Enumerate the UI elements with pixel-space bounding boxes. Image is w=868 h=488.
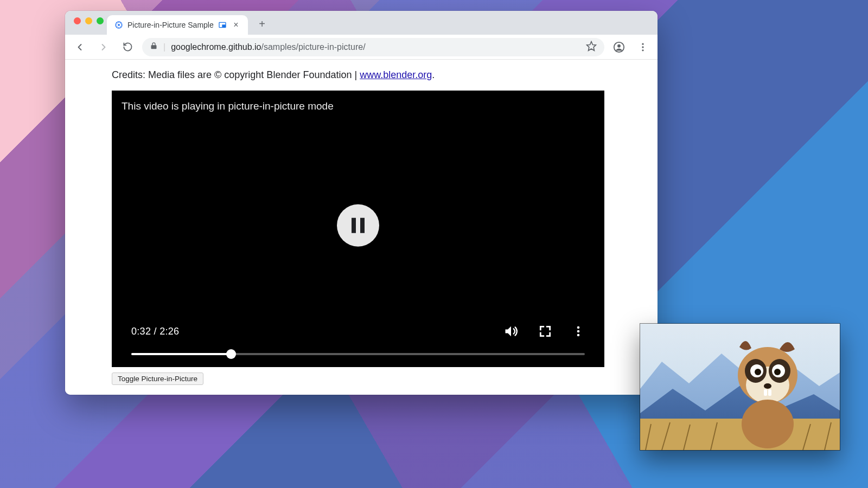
svg-rect-3	[222, 25, 225, 27]
svg-point-9	[642, 49, 643, 51]
pip-overlay-message: This video is playing in picture-in-pict…	[122, 100, 334, 112]
video-player[interactable]: This video is playing in picture-in-pict…	[112, 91, 604, 367]
url-host: googlechrome.github.io	[171, 42, 261, 52]
pause-icon	[352, 218, 365, 233]
tab-close-button[interactable]: ×	[232, 21, 240, 29]
new-tab-button[interactable]: +	[254, 16, 270, 31]
window-minimize-button[interactable]	[85, 17, 92, 24]
browser-tab[interactable]: Picture-in-Picture Sample ×	[107, 15, 248, 35]
svg-point-1	[118, 24, 120, 26]
volume-button[interactable]	[503, 324, 519, 339]
tab-favicon-icon	[114, 21, 123, 29]
svg-point-27	[755, 369, 761, 375]
video-controls: 0:32 / 2:26	[112, 324, 604, 367]
desktop-background: Picture-in-Picture Sample × +	[0, 0, 868, 488]
svg-rect-31	[768, 389, 771, 396]
pip-window[interactable]	[640, 324, 840, 450]
tab-strip: Picture-in-Picture Sample × +	[65, 11, 658, 35]
browser-window: Picture-in-Picture Sample × +	[65, 11, 658, 395]
window-zoom-button[interactable]	[97, 17, 104, 24]
tab-title: Picture-in-Picture Sample	[127, 21, 214, 29]
bookmark-star-button[interactable]	[586, 41, 597, 54]
svg-point-8	[642, 46, 643, 48]
profile-button[interactable]	[610, 38, 628, 56]
svg-point-12	[577, 334, 580, 337]
current-time: 0:32	[131, 326, 151, 337]
progress-bar[interactable]	[131, 353, 585, 355]
window-close-button[interactable]	[74, 17, 81, 24]
address-text: googlechrome.github.io/samples/picture-i…	[171, 42, 365, 52]
credits-line: Credits: Media files are © copyright Ble…	[112, 69, 611, 81]
svg-point-7	[642, 43, 643, 44]
svg-point-6	[617, 44, 621, 47]
playback-time: 0:32 / 2:26	[131, 326, 179, 337]
reload-button[interactable]	[118, 38, 137, 56]
fullscreen-button[interactable]	[538, 324, 552, 338]
browser-menu-button[interactable]	[634, 38, 652, 56]
url-path: /samples/picture-in-picture/	[261, 42, 366, 52]
svg-point-10	[577, 326, 580, 329]
back-button[interactable]	[71, 38, 89, 56]
page-content: Credits: Media files are © copyright Ble…	[65, 60, 658, 395]
svg-rect-30	[764, 389, 767, 396]
pause-button[interactable]	[337, 204, 379, 247]
credits-text: Credits: Media files are © copyright Ble…	[112, 69, 360, 80]
progress-fill	[131, 353, 231, 355]
pip-indicator-icon	[218, 21, 227, 29]
svg-point-11	[577, 330, 580, 333]
address-bar[interactable]: | googlechrome.github.io/samples/picture…	[142, 38, 604, 56]
forward-button[interactable]	[94, 38, 113, 56]
progress-thumb[interactable]	[226, 349, 236, 359]
video-menu-button[interactable]	[572, 325, 585, 338]
svg-point-28	[774, 369, 781, 375]
duration: 2:26	[159, 326, 179, 337]
toggle-pip-button[interactable]: Toggle Picture-in-Picture	[112, 373, 203, 385]
svg-marker-4	[587, 41, 596, 50]
svg-point-29	[764, 383, 771, 389]
credits-suffix: .	[432, 69, 435, 80]
lock-icon	[150, 42, 158, 52]
svg-point-32	[742, 400, 794, 448]
pip-video-frame	[640, 324, 840, 450]
credits-link[interactable]: www.blender.org	[360, 69, 432, 80]
window-controls	[71, 11, 107, 35]
browser-toolbar: | googlechrome.github.io/samples/picture…	[65, 35, 658, 60]
